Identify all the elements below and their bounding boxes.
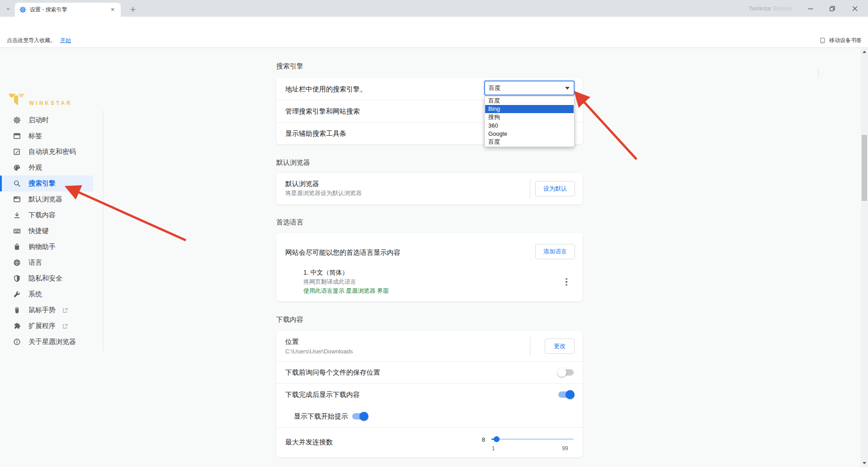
set-default-button[interactable]: 设为默认 [535,181,575,196]
close-window-button[interactable] [844,0,865,17]
sidebar-item-appearance[interactable]: 外观 [0,160,93,176]
settings-content: 搜索引擎 地址栏中使用的搜索引擎。 百度 管理搜索引擎和网站搜索 显示辅助搜索工… [276,48,583,467]
max-connections-label: 最大并发连接数 [285,438,333,447]
sidebar-item-tabs[interactable]: 标签 [0,128,93,144]
sidebar-item-languages[interactable]: 语言 [0,255,93,271]
slider-thumb[interactable] [494,436,500,442]
section-heading-search: 搜索引擎 [276,62,303,71]
tab-list-chevron-icon[interactable] [3,4,14,14]
restore-button[interactable] [822,0,843,17]
logo-text: WINKSTAR [29,100,72,106]
sidebar-item-downloads[interactable]: 下载内容 [0,207,93,223]
search-engine-select[interactable]: 百度 [484,81,575,95]
info-icon [13,338,21,346]
sidebar-item-autofill[interactable]: 自动填充和密码 [0,144,93,160]
show-downloads-toggle[interactable] [558,391,574,398]
max-connections-value: 8 [482,436,485,443]
minimize-button[interactable] [800,0,821,17]
ask-location-label: 下载前询问每个文件的保存位置 [285,368,380,377]
external-link-icon [62,307,68,314]
sidebar-item-search-engine[interactable]: 搜索引擎 [0,176,93,191]
tab-favicon-gear-icon [19,6,26,13]
select-arrow-icon [565,87,570,90]
language-item-title: 1. 中文（简体） [303,269,349,277]
new-tab-button[interactable] [127,3,139,16]
import-start-link[interactable]: 开始 [60,37,71,44]
sidebar-divider [103,110,104,351]
download-location-label: 位置 [285,338,299,346]
mobile-device-icon [819,37,826,44]
tab-icon [13,132,21,140]
sidebar-item-shopping[interactable]: 购物助手 [0,239,93,255]
downloads-card: 位置 C:\Users\User\Downloads 更改 下载前询问每个文件的… [276,331,583,457]
section-heading-downloads: 下载内容 [276,315,303,324]
download-toast-label: 显示下载开始提示 [294,412,348,421]
max-connections-slider[interactable] [491,438,574,440]
search-engine-row-label: 地址栏中使用的搜索引擎。 [285,85,367,93]
sidebar-item-privacy[interactable]: 隐私和安全 [0,271,93,286]
sidebar-item-mouse-gestures[interactable]: 鼠标手势 [0,302,93,318]
settings-page: WINKSTAR 启动时 标签 自动填充和密码 外观 搜索引擎 [0,48,868,467]
download-location-path: C:\Users\User\Downloads [285,348,353,355]
tab-title: 设置 - 搜索引擎 [30,6,109,14]
dropdown-option[interactable]: 360 [485,122,574,130]
ask-location-toggle[interactable] [558,369,574,376]
manage-search-engines-row[interactable]: 管理搜索引擎和网站搜索 [285,107,360,115]
languages-card: 网站会尽可能以您的首选语言显示内容 添加语言 1. 中文（简体） 将网页翻译成此… [276,233,583,301]
mouse-icon [13,306,21,314]
search-toolbar-row: 显示辅助搜索工具条 [285,129,346,138]
add-language-button[interactable]: 添加语言 [535,244,575,259]
section-heading-default-browser: 默认浏览器 [276,158,310,167]
languages-row-label: 网站会尽可能以您的首选语言显示内容 [285,248,401,257]
mobile-bookmarks-button[interactable]: 移动设备书签 [819,33,862,48]
sidebar-item-system[interactable]: 系统 [0,286,93,302]
download-toast-toggle[interactable] [352,413,368,419]
scrollbar-thumb[interactable] [862,135,867,201]
sidebar-item-default-browser[interactable]: 默认浏览器 [0,191,93,207]
language-item-subtitle: 将网页翻译成此语言 [303,278,356,286]
sidebar-item-about[interactable]: 关于星愿浏览器 [0,334,93,350]
shopping-bag-icon [13,243,21,251]
change-location-button[interactable]: 更改 [545,338,575,354]
external-link-icon [62,323,68,329]
settings-sidebar: 启动时 标签 自动填充和密码 外观 搜索引擎 默认浏览器 [0,112,103,350]
gear-icon [13,116,21,124]
shield-icon [13,275,21,282]
scroll-down-icon[interactable] [863,462,866,464]
show-downloads-label: 下载完成后显示下载内容 [285,391,360,399]
default-browser-title: 默认浏览器 [285,180,319,188]
search-engine-dropdown-list: 百度 Bing 搜狗 360 Google 百度 [484,96,575,147]
bookmarks-bar: 点击这里导入收藏。 开始 移动设备书签 [0,33,868,48]
default-browser-subtitle: 将星愿浏览器设为默认浏览器 [285,189,362,197]
default-browser-card: 默认浏览器 将星愿浏览器设为默认浏览器 设为默认 [276,173,583,205]
dropdown-option[interactable]: 百度 [485,138,574,146]
vertical-scrollbar[interactable] [861,48,868,467]
active-tab[interactable]: 设置 - 搜索引擎 ✕ [15,3,121,17]
twinkstar-logo-icon [7,90,26,108]
sidebar-item-shortcuts[interactable]: 快捷键 [0,223,93,239]
section-heading-languages: 首选语言 [276,218,303,227]
dropdown-option[interactable]: 搜狗 [485,113,574,121]
language-item-kebab-icon[interactable] [561,276,572,287]
import-bookmarks-hint: 点击这里导入收藏。 [7,37,56,44]
palette-icon [13,164,21,172]
tab-close-icon[interactable]: ✕ [109,6,116,14]
slider-max-label: 99 [562,445,568,452]
twinkstar-logo: WINKSTAR [7,90,72,108]
keyboard-icon [13,227,21,235]
browser-window: 设置 - 搜索引擎 ✕ TwinkstarBrowser Twinkstar [0,0,868,467]
scroll-up-icon[interactable] [863,51,866,53]
sidebar-item-extensions[interactable]: 扩展程序 [0,318,93,334]
autofill-icon [13,148,21,156]
wrench-icon [13,291,21,298]
window-title: TwinkstarBrowser [741,0,800,17]
puzzle-icon [13,322,21,330]
browser-icon [13,195,21,203]
dropdown-option-selected[interactable]: Bing [485,105,574,113]
dropdown-option[interactable]: Google [485,130,574,138]
sidebar-item-startup[interactable]: 启动时 [0,112,93,128]
language-item-link[interactable]: 使用此语言显示 星愿浏览器 界面 [303,287,389,295]
dropdown-option[interactable]: 百度 [485,97,574,105]
download-icon [13,211,21,219]
globe-icon [13,259,21,267]
